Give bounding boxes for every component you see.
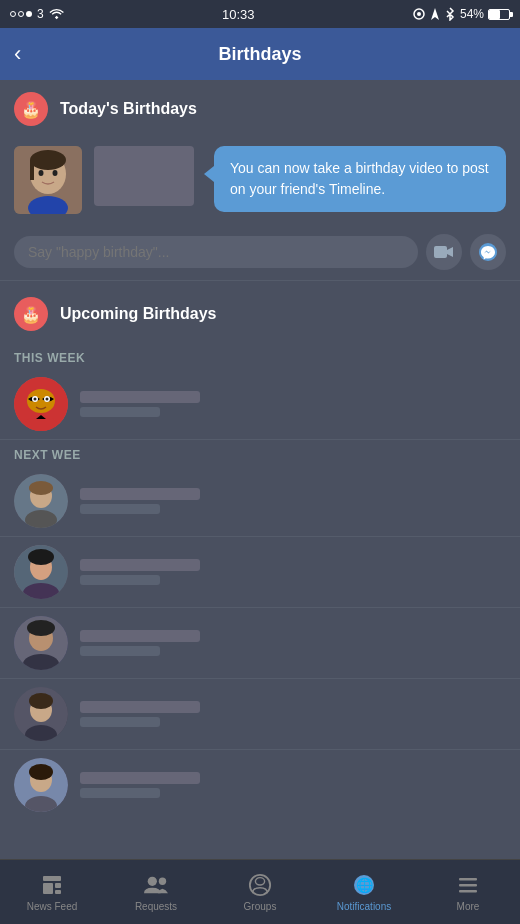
main-content: 🎂 Today's Birthdays <box>0 80 520 859</box>
person-avatar-6 <box>14 758 68 812</box>
tab-more-label: More <box>457 901 480 912</box>
tab-news-feed-label: News Feed <box>27 901 78 912</box>
tab-news-feed[interactable]: News Feed <box>0 860 104 924</box>
svg-point-22 <box>29 481 53 495</box>
svg-rect-41 <box>43 883 53 894</box>
battery-percent: 54% <box>460 7 484 21</box>
svg-rect-50 <box>459 878 477 881</box>
svg-rect-51 <box>459 884 477 887</box>
tooltip-bubble: You can now take a birthday video to pos… <box>214 146 506 212</box>
person-name-blurred-5 <box>80 701 200 713</box>
list-item <box>0 369 520 440</box>
tooltip-text: You can now take a birthday video to pos… <box>230 160 489 197</box>
svg-point-44 <box>148 876 157 885</box>
nav-header: ‹ Birthdays <box>0 28 520 80</box>
person-face-svg <box>14 146 82 214</box>
svg-rect-42 <box>55 883 61 888</box>
list-item <box>0 679 520 750</box>
tab-requests-label: Requests <box>135 901 177 912</box>
svg-point-45 <box>159 877 166 884</box>
carrier-number: 3 <box>37 7 44 21</box>
status-right: 54% <box>412 7 510 21</box>
person-detail-blurred-4 <box>80 646 160 656</box>
signal-dot-2 <box>18 11 24 17</box>
notifications-svg: 🌐 <box>352 873 376 897</box>
back-button[interactable]: ‹ <box>14 41 21 67</box>
person-name-blurred-4 <box>80 630 200 642</box>
todays-birthdays-title: Today's Birthdays <box>60 100 197 118</box>
birthday-card-wrapper: You can now take a birthday video to pos… <box>0 138 520 281</box>
person-info-5 <box>80 701 506 727</box>
svg-point-17 <box>34 398 37 401</box>
person-detail-blurred-6 <box>80 788 160 798</box>
person-detail-blurred-2 <box>80 504 160 514</box>
notifications-icon: 🌐 <box>352 873 376 897</box>
video-icon <box>434 244 454 260</box>
messenger-icon <box>478 242 498 262</box>
cartoon-avatar-svg <box>14 377 68 431</box>
person-avatar-1 <box>14 377 68 431</box>
tab-bar: News Feed Requests Groups <box>0 859 520 924</box>
todays-birthdays-header: 🎂 Today's Birthdays <box>0 80 520 138</box>
tab-groups[interactable]: Groups <box>208 860 312 924</box>
list-item <box>0 537 520 608</box>
requests-icon <box>144 873 168 897</box>
person-svg-3 <box>14 545 68 599</box>
person-info-4 <box>80 630 506 656</box>
battery-fill <box>489 10 500 19</box>
upcoming-birthdays-header: 🎂 Upcoming Birthdays <box>0 285 520 343</box>
svg-rect-10 <box>434 246 447 258</box>
video-button[interactable] <box>426 234 462 270</box>
todays-birthdays-icon: 🎂 <box>14 92 48 126</box>
birthday-card: You can now take a birthday video to pos… <box>0 138 520 228</box>
svg-point-47 <box>255 877 264 884</box>
birthday-message-input[interactable] <box>14 236 418 268</box>
signal-dot-3 <box>26 11 32 17</box>
list-item <box>0 608 520 679</box>
svg-rect-6 <box>30 160 34 180</box>
svg-marker-2 <box>431 8 439 20</box>
status-time: 10:33 <box>222 7 255 22</box>
person-info-3 <box>80 559 506 585</box>
person-info-6 <box>80 772 506 798</box>
svg-point-9 <box>53 170 58 176</box>
tab-more[interactable]: More <box>416 860 520 924</box>
svg-point-1 <box>417 12 421 16</box>
birthday-input-row <box>0 228 520 281</box>
person-svg-2 <box>14 474 68 528</box>
svg-point-35 <box>29 693 53 709</box>
location-icon <box>412 7 426 21</box>
this-week-label: THIS WEEK <box>0 343 520 369</box>
person-detail-blurred-3 <box>80 575 160 585</box>
messenger-button[interactable] <box>470 234 506 270</box>
groups-icon <box>248 873 272 897</box>
tab-notifications[interactable]: 🌐 Notifications <box>312 860 416 924</box>
status-left: 3 <box>10 7 65 21</box>
person-svg-5 <box>14 687 68 741</box>
svg-rect-40 <box>43 876 61 881</box>
groups-svg <box>248 872 272 898</box>
svg-point-39 <box>29 764 53 780</box>
person-name-blurred-1 <box>80 391 200 403</box>
person-detail-blurred-5 <box>80 717 160 727</box>
tab-groups-label: Groups <box>244 901 277 912</box>
signal-dot-1 <box>10 11 16 17</box>
upcoming-birthdays-title: Upcoming Birthdays <box>60 305 216 323</box>
person-info-2 <box>80 488 506 514</box>
svg-text:🌐: 🌐 <box>356 877 374 894</box>
news-feed-icon <box>40 873 64 897</box>
requests-svg <box>144 874 168 896</box>
page-title: Birthdays <box>218 44 301 65</box>
svg-point-8 <box>39 170 44 176</box>
person-detail-blurred-1 <box>80 407 160 417</box>
svg-point-30 <box>27 620 55 636</box>
list-item <box>0 466 520 537</box>
signal-dots <box>10 11 32 17</box>
nav-arrow-icon <box>430 7 440 21</box>
svg-point-18 <box>46 398 49 401</box>
tab-requests[interactable]: Requests <box>104 860 208 924</box>
battery-icon <box>488 9 510 20</box>
person-svg-6 <box>14 758 68 812</box>
status-bar: 3 10:33 54% <box>0 0 520 28</box>
svg-rect-52 <box>459 890 477 893</box>
